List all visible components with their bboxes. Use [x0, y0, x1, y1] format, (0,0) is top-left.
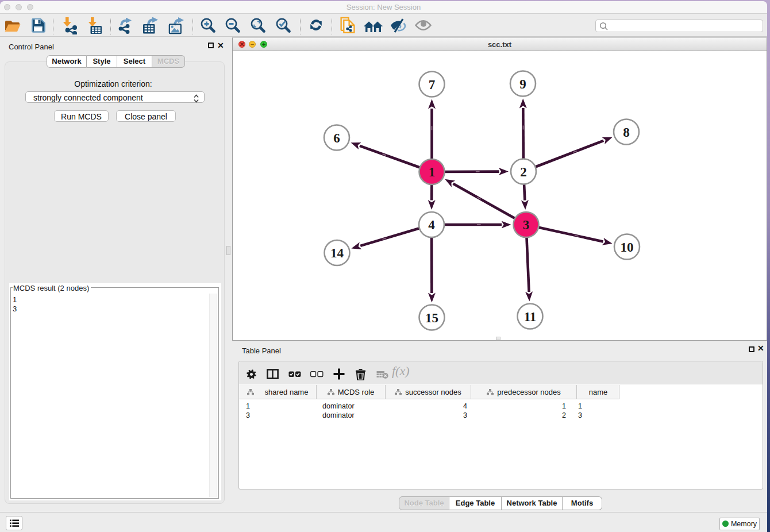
svg-text:8: 8	[623, 125, 630, 140]
svg-text:2: 2	[520, 165, 527, 179]
svg-text:4: 4	[428, 218, 435, 232]
svg-text:15: 15	[425, 311, 438, 325]
svg-text:14: 14	[330, 246, 344, 260]
svg-text:6: 6	[333, 131, 340, 145]
svg-text:3: 3	[523, 218, 530, 232]
svg-text:1: 1	[429, 165, 436, 179]
svg-text:10: 10	[621, 240, 634, 255]
svg-text:11: 11	[524, 310, 537, 324]
svg-text:7: 7	[429, 78, 436, 92]
svg-text:9: 9	[519, 77, 526, 91]
